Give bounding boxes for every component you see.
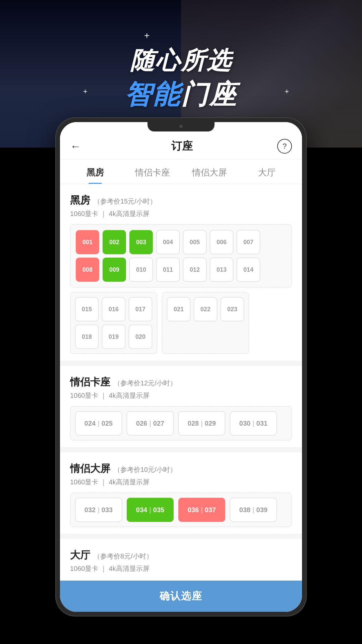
- seat-023[interactable]: 023: [221, 297, 244, 321]
- phone-mockup: ← 订座 ? 黑房 情侣卡座 情侣大屏 大厅: [55, 117, 307, 616]
- star-decoration-left: +: [83, 87, 87, 96]
- help-button[interactable]: ?: [277, 139, 292, 154]
- seat-block-right: 021 022 023: [162, 292, 249, 354]
- hero-title-blue: 智能: [125, 80, 181, 109]
- section-title-row-3: 情侣大屏 （参考价10元/小时）: [70, 462, 292, 476]
- seat-010[interactable]: 010: [129, 258, 153, 282]
- tabs-bar: 黑房 情侣卡座 情侣大屏 大厅: [60, 159, 302, 184]
- tab-qinglv-da[interactable]: 情侣大屏: [181, 159, 238, 184]
- hero-title-line2: 智能门座: [125, 77, 237, 113]
- star-decoration-right: +: [285, 87, 289, 96]
- seat-002[interactable]: 002: [103, 230, 126, 254]
- seat-004[interactable]: 004: [156, 230, 180, 254]
- couple-seat-034-035[interactable]: 034|035: [127, 498, 174, 522]
- hero-title: 随心所选 智能门座: [125, 45, 237, 113]
- tab-qinglv-ka[interactable]: 情侣卡座: [124, 159, 181, 184]
- section-name: 黑房: [70, 194, 90, 207]
- section-dating: 大厅 （参考价8元/小时） 1060显卡 ｜ 4k高清显示屏: [60, 539, 302, 586]
- hero-title-line1: 随心所选: [125, 45, 237, 77]
- section-price-2: （参考价12元/小时）: [114, 379, 177, 388]
- section-specs-3: 1060显卡 ｜ 4k高清显示屏: [70, 478, 292, 487]
- seat-row-5: 021 022 023: [167, 297, 244, 321]
- tab-heifang[interactable]: 黑房: [67, 159, 124, 184]
- section-title-row: 黑房 （参考价15元/小时）: [70, 194, 292, 207]
- couple-seat-038-039[interactable]: 038|039: [230, 498, 277, 522]
- section-heifang: 黑房 （参考价15元/小时） 1060显卡 ｜ 4k高清显示屏 001 002 …: [60, 184, 302, 361]
- seat-018[interactable]: 018: [75, 325, 99, 349]
- seat-012[interactable]: 012: [183, 258, 206, 282]
- tab-dating[interactable]: 大厅: [238, 159, 296, 184]
- seat-007[interactable]: 007: [237, 230, 260, 254]
- section-title-row-4: 大厅 （参考价8元/小时）: [70, 548, 292, 562]
- section-price-3: （参考价10元/小时）: [114, 465, 177, 474]
- seat-019[interactable]: 019: [102, 325, 125, 349]
- back-button[interactable]: ←: [70, 140, 87, 153]
- section-price-4: （参考价8元/小时）: [94, 552, 153, 561]
- section-price: （参考价15元/小时）: [94, 197, 157, 206]
- couple-seat-032-033[interactable]: 032|033: [75, 498, 122, 522]
- section-qinglv-da: 情侣大屏 （参考价10元/小时） 1060显卡 ｜ 4k高清显示屏 032|03…: [60, 452, 302, 534]
- section-name-4: 大厅: [70, 548, 90, 562]
- seat-006[interactable]: 006: [210, 230, 233, 254]
- section-specs-4: 1060显卡 ｜ 4k高清显示屏: [70, 564, 292, 573]
- page-title: 订座: [171, 139, 193, 154]
- seat-022[interactable]: 022: [194, 297, 217, 321]
- seat-021[interactable]: 021: [167, 297, 190, 321]
- section-specs-2: 1060显卡 ｜ 4k高清显示屏: [70, 391, 292, 400]
- seat-009[interactable]: 009: [103, 258, 126, 282]
- seat-block-main: 001 002 003 004 005 006 007 008: [70, 224, 292, 287]
- couple-seat-028-029[interactable]: 028|029: [178, 411, 225, 435]
- seat-016[interactable]: 016: [102, 297, 125, 321]
- app-content: ← 订座 ? 黑房 情侣卡座 情侣大屏 大厅: [60, 122, 302, 612]
- seat-011[interactable]: 011: [156, 258, 180, 282]
- seat-020[interactable]: 020: [129, 325, 152, 349]
- couple-seat-026-027[interactable]: 026|027: [127, 411, 174, 435]
- phone-notch: [147, 122, 215, 131]
- seat-005[interactable]: 005: [183, 230, 206, 254]
- couple-seat-024-025[interactable]: 024|025: [75, 411, 122, 435]
- seat-017[interactable]: 017: [129, 297, 152, 321]
- couple-seat-block-2: 032|033 034|035 036|037 038|039: [70, 493, 292, 527]
- seat-014[interactable]: 014: [237, 258, 260, 282]
- couple-seat-036-037[interactable]: 036|037: [178, 498, 225, 522]
- seat-013[interactable]: 013: [210, 258, 233, 282]
- seat-row-1: 001 002 003 004 005 006 007: [76, 230, 286, 254]
- seat-008[interactable]: 008: [76, 258, 99, 282]
- hero-title-white: 门座: [181, 80, 237, 109]
- section-name-2: 情侣卡座: [70, 375, 110, 389]
- seat-block-left: 015 016 017 018 019 020: [70, 292, 157, 354]
- section-name-3: 情侣大屏: [70, 462, 110, 476]
- seat-001[interactable]: 001: [76, 230, 99, 254]
- seat-row-3: 015 016 017: [75, 297, 152, 321]
- scrollable-content[interactable]: 黑房 （参考价15元/小时） 1060显卡 ｜ 4k高清显示屏 001 002 …: [60, 184, 302, 612]
- phone-screen: ← 订座 ? 黑房 情侣卡座 情侣大屏 大厅: [60, 122, 302, 612]
- section-specs: 1060显卡 ｜ 4k高清显示屏: [70, 209, 292, 218]
- section-title-row-2: 情侣卡座 （参考价12元/小时）: [70, 375, 292, 389]
- seat-row-2: 008 009 010 011 012 013 014: [76, 258, 286, 282]
- couple-seat-block-1: 024|025 026|027 028|029 030|031: [70, 406, 292, 440]
- section-qinglv-ka: 情侣卡座 （参考价12元/小时） 1060显卡 ｜ 4k高清显示屏 024|02…: [60, 366, 302, 447]
- seat-block-secondary: 015 016 017 018 019 020: [70, 292, 292, 354]
- couple-seat-030-031[interactable]: 030|031: [230, 411, 277, 435]
- seat-003[interactable]: 003: [129, 230, 153, 254]
- seat-row-4: 018 019 020: [75, 325, 152, 349]
- phone-outer: ← 订座 ? 黑房 情侣卡座 情侣大屏 大厅: [55, 117, 307, 616]
- seat-015[interactable]: 015: [75, 297, 99, 321]
- confirm-button[interactable]: 确认选座: [60, 581, 302, 612]
- star-decoration-top: +: [144, 30, 149, 41]
